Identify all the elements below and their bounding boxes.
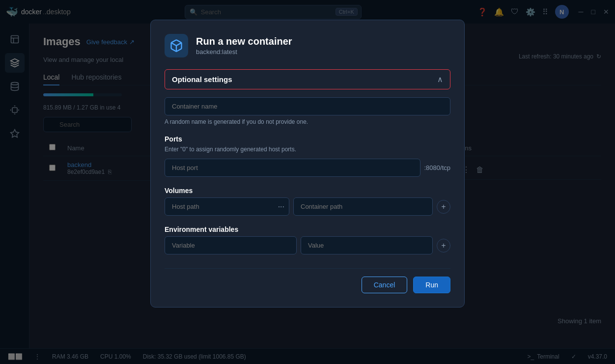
host-path-input[interactable] (165, 197, 289, 216)
volume-row: ··· + (165, 197, 450, 216)
host-path-wrap: ··· (165, 197, 289, 216)
add-volume-button[interactable]: + (437, 200, 450, 214)
ports-desc: Enter "0" to assign randomly generated h… (165, 146, 450, 153)
container-port-label: :8080/tcp (424, 164, 451, 171)
modal-subtitle: backend:latest (196, 48, 292, 56)
cancel-button[interactable]: Cancel (362, 277, 408, 293)
container-name-hint: A random name is generated if you do not… (165, 118, 450, 125)
variable-input[interactable] (165, 236, 297, 254)
run-container-modal: Run a new container backend:latest Optio… (150, 20, 465, 308)
volumes-label: Volumes (165, 187, 450, 195)
modal-title-group: Run a new container backend:latest (196, 36, 292, 56)
chevron-up-icon: ∧ (437, 75, 443, 84)
ports-label: Ports (165, 135, 450, 143)
container-name-group: A random name is generated if you do not… (165, 97, 450, 125)
add-env-button[interactable]: + (437, 239, 450, 252)
run-button[interactable]: Run (413, 277, 450, 293)
env-group: Environment variables + (165, 225, 450, 254)
optional-settings-title: Optional settings (172, 75, 232, 84)
container-name-input[interactable] (165, 97, 450, 115)
port-row: :8080/tcp (165, 159, 450, 177)
modal-title: Run a new container (196, 36, 292, 47)
volumes-group: Volumes ··· + (165, 187, 450, 216)
browse-dots-icon[interactable]: ··· (278, 202, 284, 211)
host-port-input[interactable] (165, 159, 420, 177)
ports-group: Ports Enter "0" to assign randomly gener… (165, 135, 450, 177)
env-label: Environment variables (165, 225, 450, 233)
optional-settings-section[interactable]: Optional settings ∧ (165, 69, 450, 89)
modal-overlay: Run a new container backend:latest Optio… (0, 0, 615, 364)
env-row: + (165, 236, 450, 254)
value-input[interactable] (301, 236, 433, 254)
container-path-input[interactable] (293, 197, 433, 216)
modal-icon (165, 34, 188, 57)
modal-header: Run a new container backend:latest (165, 34, 450, 57)
modal-footer: Cancel Run (165, 268, 450, 293)
